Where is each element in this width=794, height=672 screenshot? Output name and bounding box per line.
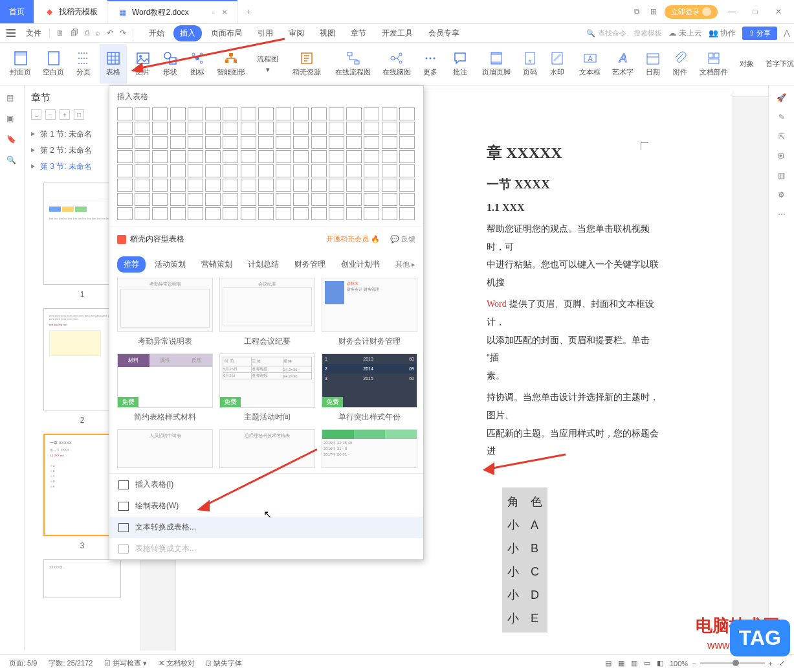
r-more[interactable]: 更多 (417, 44, 444, 84)
r-attach[interactable]: 附件 (667, 44, 694, 84)
tpl-card-4[interactable]: 材料属性反应免费简约表格样式材料 (117, 353, 213, 423)
page-thumb-4[interactable]: XXXXXX ... (43, 559, 121, 598)
tpl-card-6[interactable]: 120136022014693201560免费单行突出样式年份 (322, 353, 417, 423)
nav-square-icon[interactable]: □ (74, 109, 84, 120)
svg-rect-34 (714, 53, 719, 58)
command-search[interactable]: 🔍 查找命令、搜索模板 (586, 28, 662, 38)
more2-icon[interactable]: ⋯ (778, 210, 786, 219)
ruler-toggle-icon[interactable]: ◧ (657, 659, 663, 667)
right-rail: 🚀 ✎ ⇱ ⛨ ▥ ⚙ ⋯ (768, 85, 794, 651)
table-size-grid[interactable] (109, 107, 423, 227)
redo-icon[interactable]: ↷ (120, 28, 126, 38)
svg-point-21 (430, 58, 432, 60)
selected-text-block[interactable]: 角色 小A 小B 小C 小D 小E (502, 487, 547, 633)
sb-page[interactable]: 页面: 5/9 (9, 658, 37, 668)
tpl-card-9[interactable]: 2015年 42 15 402016年 21 - 02017年 50 91 - (322, 429, 417, 468)
new-tab-button[interactable]: ＋ (237, 0, 259, 23)
tab-templates[interactable]: ◆ 找稻壳模板 (34, 0, 107, 23)
shield-icon[interactable]: ⛨ (778, 151, 786, 161)
sb-words[interactable]: 字数: 25/2172 (49, 658, 93, 668)
tpltab-4[interactable]: 财务管理 (288, 256, 332, 273)
tab-dev[interactable]: 开发工具 (375, 25, 419, 41)
tab-document[interactable]: ▦ Word教程2.docx ▫ ✕ (107, 0, 237, 23)
r-mindmap[interactable]: 在线脑图 (377, 44, 417, 84)
r-comment[interactable]: 批注 (447, 44, 474, 84)
view-outline-icon[interactable]: ▦ (618, 659, 624, 667)
coop-button[interactable]: 👥 协作 (709, 28, 736, 39)
r-cover[interactable]: 封面页 (4, 44, 37, 84)
login-button[interactable]: 立即登录 (665, 5, 718, 19)
min-button[interactable]: — (723, 7, 741, 16)
tpltab-5[interactable]: 创业计划书 (335, 256, 386, 273)
sb-missing[interactable]: ⍰ 缺失字体 (206, 658, 241, 668)
fit-icon[interactable]: ⤢ (779, 659, 785, 667)
view-page-icon[interactable]: ▤ (605, 659, 612, 667)
undo-icon[interactable]: ↶ (107, 28, 113, 38)
tpltab-3[interactable]: 计划总结 (241, 256, 285, 273)
r-docparts[interactable]: 文档部件 (694, 44, 734, 84)
layout-icon1[interactable]: ⧉ (631, 6, 643, 17)
nav-collapse-icon[interactable]: ⌄ (31, 109, 41, 120)
cloud-status[interactable]: ☁ 未上云 (668, 28, 701, 39)
tab-member[interactable]: 会员专享 (422, 25, 466, 41)
file-menu[interactable]: 文件 (21, 28, 47, 39)
outline-icon[interactable]: ▤ (6, 93, 18, 105)
close-tab-icon[interactable]: ✕ (221, 8, 228, 17)
tab-menu-icon[interactable]: ▫ (212, 8, 215, 17)
view-web-icon[interactable]: ▥ (631, 659, 637, 667)
cursor-icon[interactable]: ⇱ (778, 132, 785, 141)
thumbs-icon[interactable]: ▣ (6, 114, 18, 126)
preview-icon[interactable]: ⌕ (96, 28, 100, 38)
save-icon[interactable]: 🗎 (56, 28, 64, 38)
print-icon[interactable]: ⎙ (85, 28, 89, 38)
docer-member-link[interactable]: 开通稻壳会员 🔥 (326, 234, 380, 244)
zoom-control[interactable]: 100%−+ (670, 660, 773, 667)
max-button[interactable]: □ (746, 7, 764, 16)
rocket-icon[interactable]: 🚀 (777, 93, 786, 102)
tpl-card-2[interactable]: 会议纪要工程会议纪要 (219, 278, 315, 347)
view-read-icon[interactable]: ▭ (644, 659, 650, 667)
tpl-card-1[interactable]: 考勤异常说明表考勤异常说明表 (117, 278, 213, 347)
r-table[interactable]: 表格 (100, 44, 127, 84)
r-date[interactable]: 日期 (639, 44, 667, 84)
saveas-icon[interactable]: 🗐 (71, 28, 78, 38)
feedback-link[interactable]: 💬 反馈 (390, 234, 415, 244)
gear-icon[interactable]: ⚙ (778, 190, 785, 199)
app-icon[interactable]: ▥ (778, 171, 785, 180)
r-wordart[interactable]: A艺术字 (606, 44, 639, 84)
r-docer[interactable]: 稻壳资源 (287, 44, 327, 84)
r-textbox[interactable]: A文本框 (573, 44, 606, 84)
close-button[interactable]: ✕ (769, 7, 788, 16)
sb-spell[interactable]: ☑ 拼写检查 ▾ (104, 658, 147, 668)
bookmark-icon[interactable]: 🔖 (6, 135, 18, 146)
tpltab-recommend[interactable]: 推荐 (117, 256, 146, 273)
search-icon: 🔍 (586, 29, 595, 38)
r-pagebreak[interactable]: 分页 (70, 44, 97, 84)
find-icon[interactable]: 🔍 (6, 155, 18, 167)
nav-minus-icon[interactable]: − (45, 109, 56, 120)
tpltab-more[interactable]: 其他 ▸ (395, 260, 415, 269)
sb-proof[interactable]: ✕ 文档校对 (159, 658, 195, 668)
r-object[interactable]: 对象 (734, 44, 760, 84)
tpltab-2[interactable]: 营销策划 (195, 256, 239, 273)
more-icon[interactable]: ⋀ (784, 28, 790, 38)
r-pagenum[interactable]: #页码 (516, 44, 544, 84)
nav-plus-icon[interactable]: + (60, 109, 70, 120)
r-dropcap[interactable]: 首字下沉 (760, 44, 794, 84)
svg-text:A: A (618, 52, 626, 65)
r-onlineflow[interactable]: 在线流程图 (329, 44, 377, 84)
tab-home[interactable]: 首页 (0, 0, 34, 23)
share-button[interactable]: ⇧ 分享 (742, 27, 777, 40)
pen-icon[interactable]: ✎ (778, 113, 785, 122)
grid-icon[interactable]: ⊞ (648, 6, 659, 17)
tab-view[interactable]: 视图 (313, 25, 342, 41)
tpltab-1[interactable]: 活动策划 (148, 256, 192, 273)
table-icon (118, 480, 129, 489)
r-watermark[interactable]: 水印 (544, 44, 571, 84)
tpl-card-5[interactable]: 时 间活 体规 格5月26日准海晚报24.2×366月2日准海晚报24.2×36… (219, 353, 315, 423)
hamburger-icon[interactable] (4, 27, 18, 39)
r-blank[interactable]: 空白页 (37, 44, 70, 84)
tpl-card-3[interactable]: 森林木财务会计 财务管理财务会计财务管理 (322, 278, 417, 347)
tab-chapter[interactable]: 章节 (344, 25, 373, 41)
r-headerfooter[interactable]: 页眉页脚 (476, 44, 516, 84)
